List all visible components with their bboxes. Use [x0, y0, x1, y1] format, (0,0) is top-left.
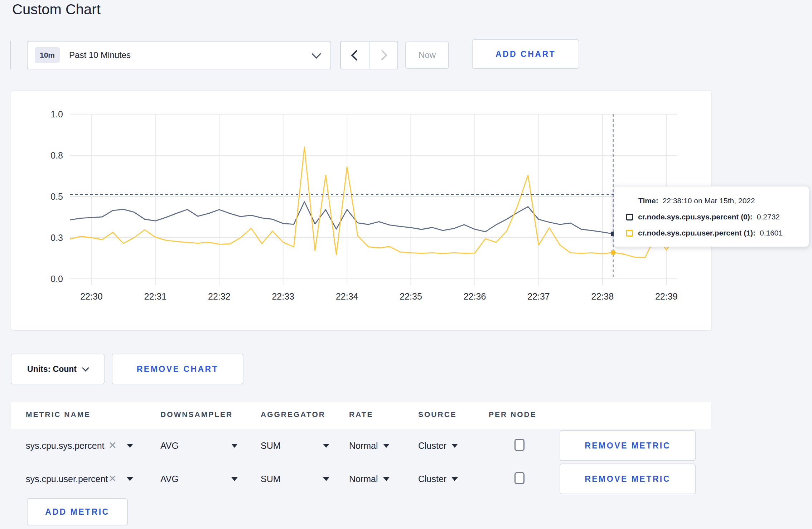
user-percent-series-line: [70, 147, 677, 257]
time-window-label: Past 10 Minutes: [69, 50, 131, 60]
per-node-checkbox[interactable]: [514, 472, 525, 484]
chevron-down-icon: [127, 477, 133, 481]
time-range-nav: [340, 41, 398, 69]
source-value: Cluster: [418, 441, 446, 451]
metric-name-select[interactable]: sys.cpu.user.percent ✕: [26, 464, 133, 494]
chevron-down-icon: [231, 477, 238, 481]
metric-name-select[interactable]: sys.cpu.sys.percent ✕: [26, 430, 133, 461]
units-select[interactable]: Units: Count: [11, 354, 105, 384]
chevron-down-icon: [231, 444, 238, 448]
chevron-right-icon: [377, 50, 387, 60]
x-axis-tick-label: 22:39: [655, 291, 678, 301]
source-select[interactable]: Cluster: [418, 464, 458, 494]
add-metric-button[interactable]: ADD METRIC: [27, 498, 128, 525]
y-axis-tick-label: 1.0: [50, 109, 63, 119]
custom-chart-page: Custom Chart 10m Past 10 Minutes Now ADD…: [0, 0, 812, 529]
rate-value: Normal: [349, 441, 378, 451]
y-axis-tick-label: 0.3: [50, 233, 63, 243]
per-node-checkbox[interactable]: [514, 439, 525, 451]
timeseries-chart[interactable]: 0.00.30.50.81.022:3022:3122:3222:3322:34…: [11, 91, 711, 330]
x-axis-tick-label: 22:31: [144, 291, 167, 301]
x-axis-tick-label: 22:38: [591, 291, 614, 301]
remove-metric-button[interactable]: REMOVE METRIC: [560, 430, 696, 461]
downsampler-select[interactable]: AVG: [160, 430, 238, 461]
x-axis-tick-label: 22:34: [336, 291, 358, 301]
prev-range-button[interactable]: [341, 42, 369, 69]
source-value: Cluster: [418, 474, 446, 484]
sys-percent-series-line: [70, 202, 677, 234]
y-axis-tick-label: 0.5: [50, 191, 63, 202]
col-header-downsampler: DOWNSAMPLER: [160, 410, 233, 419]
tooltip-time-label: Time:: [638, 196, 658, 205]
tooltip-series-name: cr.node.sys.cpu.user.percent (1):: [638, 229, 755, 237]
toolbar-divider: [10, 41, 11, 69]
chevron-down-icon: [127, 444, 133, 448]
chevron-down-icon: [82, 364, 89, 372]
x-axis-tick-label: 22:33: [272, 291, 294, 301]
aggregator-value: SUM: [261, 441, 281, 451]
col-header-rate: RATE: [349, 410, 373, 419]
metric-row: sys.cpu.sys.percent ✕ AVG SUM Normal Clu…: [0, 430, 812, 461]
now-button[interactable]: Now: [405, 42, 449, 69]
y-axis-tick-label: 0.8: [50, 150, 63, 160]
col-header-per-node: PER NODE: [489, 410, 537, 419]
aggregator-select[interactable]: SUM: [261, 464, 329, 494]
metric-name-value: sys.cpu.user.percent: [26, 474, 108, 484]
metric-row: sys.cpu.user.percent ✕ AVG SUM Normal Cl…: [0, 464, 812, 494]
x-axis-tick-label: 22:32: [208, 291, 231, 301]
page-title: Custom Chart: [12, 1, 101, 18]
clear-metric-icon[interactable]: ✕: [108, 474, 117, 484]
user-series-swatch-icon: [626, 230, 633, 237]
downsampler-select[interactable]: AVG: [160, 464, 238, 494]
rate-value: Normal: [349, 474, 378, 484]
downsampler-value: AVG: [160, 474, 179, 484]
rate-select[interactable]: Normal: [349, 464, 390, 494]
x-axis-tick-label: 22:30: [80, 291, 103, 301]
x-axis-tick-label: 22:37: [527, 291, 550, 301]
chart-panel: 0.00.30.50.81.022:3022:3122:3222:3322:34…: [11, 90, 712, 331]
clear-metric-icon[interactable]: ✕: [108, 441, 117, 451]
units-label: Units: Count: [27, 364, 77, 374]
col-header-metric-name: METRIC NAME: [26, 410, 91, 419]
y-axis-tick-label: 0.0: [50, 274, 63, 284]
metric-name-value: sys.cpu.sys.percent: [26, 441, 108, 451]
chevron-down-icon: [383, 444, 390, 448]
chart-hover-tooltip: Time: 22:38:10 on Mar 15th, 2022 cr.node…: [614, 186, 809, 247]
add-chart-button[interactable]: ADD CHART: [472, 39, 579, 69]
chevron-down-icon: [311, 49, 321, 59]
chevron-down-icon: [383, 477, 390, 481]
time-window-selector[interactable]: 10m Past 10 Minutes: [27, 41, 331, 69]
col-header-source: SOURCE: [418, 410, 457, 419]
aggregator-value: SUM: [261, 474, 281, 484]
tooltip-series-name: cr.node.sys.cpu.sys.percent (0):: [638, 213, 753, 221]
tooltip-series-value: 0.2732: [757, 213, 780, 221]
source-select[interactable]: Cluster: [418, 430, 458, 461]
time-window-badge: 10m: [35, 47, 60, 63]
chevron-down-icon: [451, 477, 458, 481]
tooltip-time-value: 22:38:10 on Mar 15th, 2022: [663, 196, 755, 205]
chevron-down-icon: [323, 477, 329, 481]
downsampler-value: AVG: [160, 441, 179, 451]
remove-chart-button[interactable]: REMOVE CHART: [112, 354, 243, 384]
tooltip-series-value: 0.1601: [760, 229, 783, 237]
x-axis-tick-label: 22:35: [400, 291, 422, 301]
sys-series-swatch-icon: [626, 214, 633, 220]
chevron-left-icon: [351, 50, 362, 60]
x-axis-tick-label: 22:36: [464, 291, 486, 301]
col-header-aggregator: AGGREGATOR: [261, 410, 325, 419]
aggregator-select[interactable]: SUM: [261, 430, 329, 461]
user-series-hover-dot: [611, 250, 615, 254]
rate-select[interactable]: Normal: [349, 430, 390, 461]
next-range-button[interactable]: [369, 42, 397, 69]
chevron-down-icon: [323, 444, 329, 448]
chevron-down-icon: [451, 444, 458, 448]
remove-metric-button[interactable]: REMOVE METRIC: [560, 464, 696, 494]
